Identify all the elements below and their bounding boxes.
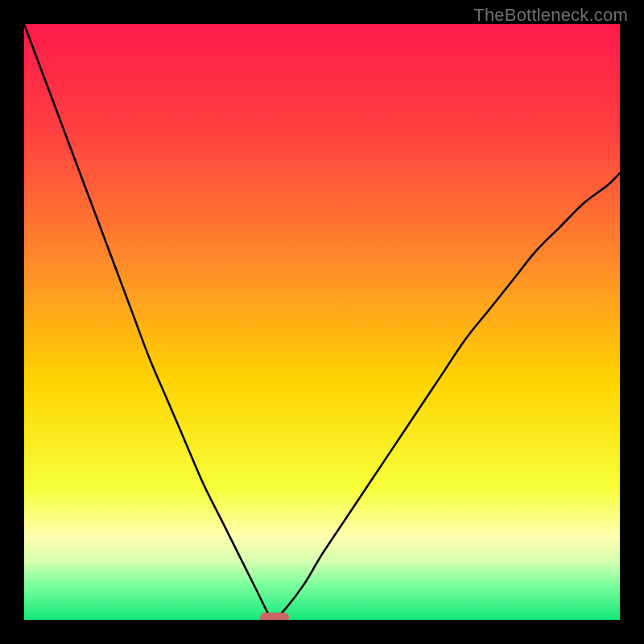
chart-frame: TheBottleneck.com bbox=[0, 0, 644, 644]
optimum-marker bbox=[260, 613, 289, 620]
bottleneck-curve bbox=[24, 24, 620, 620]
plot-area bbox=[24, 24, 620, 620]
watermark-text: TheBottleneck.com bbox=[473, 5, 628, 26]
